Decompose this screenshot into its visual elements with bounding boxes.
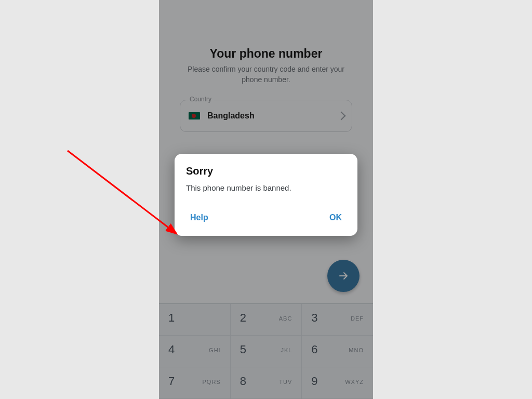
ok-button[interactable]: OK — [326, 210, 345, 225]
dialog-title: Sorry — [186, 165, 346, 177]
dialog-message: This phone number is banned. — [186, 183, 346, 192]
error-dialog: Sorry This phone number is banned. Help … — [175, 154, 357, 236]
help-button[interactable]: Help — [187, 210, 211, 225]
phone-screen: Your phone number Please confirm your co… — [159, 0, 373, 399]
